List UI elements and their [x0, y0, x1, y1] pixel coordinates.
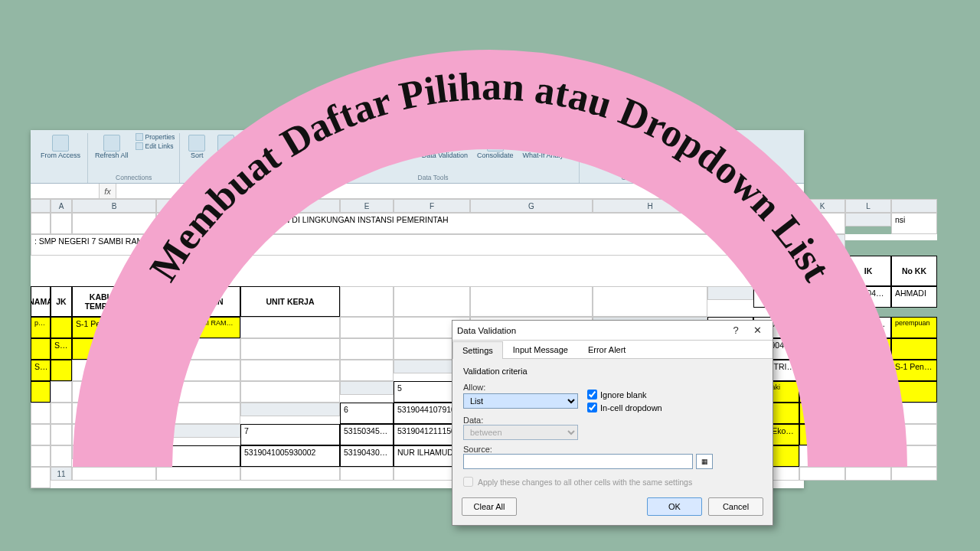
cell[interactable] — [51, 213, 72, 234]
table-header[interactable]: PENDIDIKAN — [156, 286, 240, 317]
table-cell[interactable] — [31, 381, 51, 403]
table-cell[interactable]: perempuan — [31, 317, 51, 338]
table-header[interactable]: NAMA — [31, 286, 51, 317]
table-cell[interactable]: 5319041005930002 — [240, 445, 340, 467]
column-header[interactable]: B — [72, 199, 156, 213]
ribbon-filter[interactable]: Filter — [214, 133, 238, 161]
table-cell[interactable]: 8 — [156, 445, 240, 467]
ribbon-whatif[interactable]: What-If Analysis — [521, 133, 575, 161]
table-cell[interactable] — [845, 360, 891, 381]
column-header[interactable]: F — [394, 199, 470, 213]
table-header[interactable] — [799, 256, 845, 286]
ignore-blank-checkbox[interactable]: Ignore blank — [587, 390, 662, 399]
ribbon-filter-small[interactable]: Reapply Advanced — [243, 133, 282, 150]
table-header[interactable]: No KK — [891, 256, 937, 286]
table-cell[interactable]: S-1 Pendidikan — [799, 403, 845, 424]
table-cell[interactable]: SMPN 7 SAMBI RAMPAS — [156, 317, 240, 338]
range-picker-icon[interactable]: ▦ — [696, 454, 713, 469]
table-header[interactable]: KABUPATEN TEMPAT LAHIR — [72, 286, 156, 317]
column-header[interactable]: H — [593, 199, 707, 213]
ribbon-group[interactable]: Group — [584, 133, 609, 161]
ribbon: From Access Refresh All Properties Edit … — [31, 130, 804, 184]
data-validation-dialog: Data Validation ? ✕ Settings Input Messa… — [452, 320, 773, 526]
table-cell[interactable] — [753, 286, 799, 308]
cancel-button[interactable]: Cancel — [708, 497, 763, 516]
table-cell[interactable] — [72, 338, 156, 360]
table-cell[interactable]: SITI RAHMAH — [845, 317, 891, 338]
allow-label: Allow: — [463, 383, 501, 392]
ribbon-from-access[interactable]: From Access — [38, 133, 83, 161]
row-header[interactable] — [891, 199, 937, 213]
table-cell[interactable]: S-1 Pendidikan — [51, 338, 72, 360]
table-cell[interactable]: S-1 Pendidikan — [31, 360, 51, 381]
table-cell[interactable]: 5319043007080667 — [340, 445, 394, 467]
ok-button[interactable]: OK — [647, 497, 702, 516]
incell-dropdown-checkbox[interactable]: In-cell dropdown — [587, 403, 662, 412]
column-header[interactable]: K — [799, 199, 845, 213]
table-cell[interactable] — [51, 317, 72, 338]
table-cell[interactable] — [891, 338, 937, 360]
subtitle-right: : SMP NEGERI 7 SAMBI RAMPAS — [31, 234, 799, 256]
table-cell[interactable]: 5319042902160005 — [799, 317, 845, 338]
table-cell[interactable]: 5319042902160005 — [845, 286, 891, 308]
allow-select[interactable]: List — [463, 393, 578, 409]
column-header[interactable]: D — [240, 199, 340, 213]
ribbon-sort[interactable]: Sort — [185, 133, 209, 161]
ribbon-remove-duplicates[interactable]: Remove Duplicates — [351, 133, 415, 161]
dialog-titlebar[interactable]: Data Validation ? ✕ — [452, 321, 773, 341]
sheet-title[interactable]: DAFTAR NAMA TENAGA NON ASN DI LINGKUNGAN… — [156, 213, 845, 234]
ribbon-ungroup[interactable]: Ungroup — [613, 133, 645, 161]
table-cell[interactable] — [31, 338, 51, 360]
apply-same-settings-checkbox: Apply these changes to all other cells w… — [463, 477, 762, 487]
ribbon-text-to-columns[interactable]: Text to Columns — [292, 133, 346, 161]
table-cell[interactable] — [891, 381, 937, 403]
column-header[interactable]: G — [470, 199, 593, 213]
table-cell[interactable] — [799, 424, 845, 445]
subtitle-left: nsi — [891, 213, 937, 234]
ribbon-subtotal[interactable]: Subtotal — [649, 133, 679, 161]
dialog-help-icon[interactable]: ? — [725, 324, 746, 336]
source-input[interactable] — [463, 454, 693, 469]
column-header[interactable]: J — [753, 199, 799, 213]
table-cell[interactable]: S-1 Pendidikan — [891, 360, 937, 381]
ribbon-data-validation[interactable]: Data Validation — [420, 133, 470, 161]
table-cell[interactable] — [51, 360, 72, 381]
table-cell[interactable]: S-1 Pendidikan fisika — [72, 317, 156, 338]
name-box[interactable] — [31, 184, 100, 198]
table-header[interactable]: UNIT KERJA — [240, 286, 340, 317]
table-cell[interactable]: 9041812870001 — [799, 286, 845, 308]
table-cell[interactable]: AHMADI — [891, 286, 937, 308]
clear-all-button[interactable]: Clear All — [462, 497, 517, 516]
dialog-tabs: Settings Input Message Error Alert — [452, 341, 773, 359]
column-header[interactable]: L — [845, 199, 891, 213]
column-header[interactable]: A — [51, 199, 72, 213]
dialog-close-icon[interactable]: ✕ — [746, 324, 768, 336]
cell[interactable] — [31, 213, 51, 234]
table-cell[interactable]: laki-laki — [799, 360, 845, 381]
table-cell[interactable]: 7 — [240, 424, 340, 445]
table-cell[interactable]: perempuan — [845, 338, 891, 360]
column-header[interactable]: C — [156, 199, 240, 213]
cell[interactable] — [72, 213, 156, 234]
ribbon-consolidate[interactable]: Consolidate — [475, 133, 516, 161]
table-header[interactable]: IK — [845, 256, 891, 286]
table-cell[interactable] — [845, 403, 891, 424]
source-label: Source: — [463, 445, 492, 454]
column-header[interactable]: I — [707, 199, 753, 213]
table-cell[interactable]: 6 — [340, 403, 394, 424]
table-cell[interactable]: perempuan — [891, 317, 937, 338]
table-cell[interactable]: HAYADIN — [799, 338, 845, 360]
table-cell[interactable]: 5315034508910005 — [340, 424, 394, 445]
column-header[interactable]: E — [340, 199, 394, 213]
ribbon-connections-small[interactable]: Properties Edit Links — [136, 133, 175, 150]
table-cell[interactable]: S-1 Pendidikan — [845, 381, 891, 403]
tab-error-alert[interactable]: Error Alert — [578, 341, 636, 358]
formula-input[interactable] — [116, 184, 804, 198]
tab-input-message[interactable]: Input Message — [503, 341, 578, 358]
tab-settings[interactable]: Settings — [452, 341, 503, 359]
table-cell[interactable] — [799, 381, 845, 403]
table-header[interactable]: JK — [51, 286, 72, 317]
fx-icon[interactable]: fx — [100, 184, 116, 198]
ribbon-refresh-all[interactable]: Refresh All — [93, 133, 131, 161]
row-header[interactable]: 11 — [51, 467, 72, 481]
